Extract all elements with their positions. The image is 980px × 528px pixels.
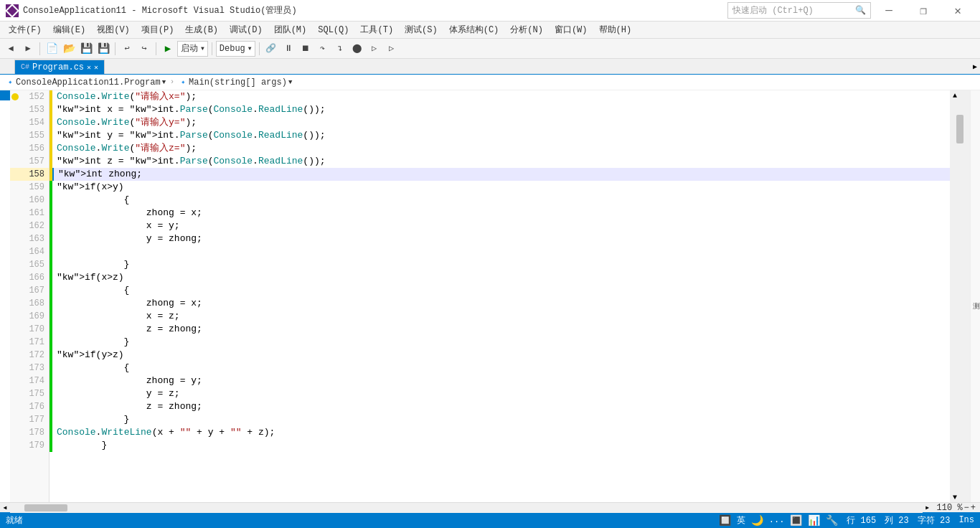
status-bar-left: 就绪: [6, 514, 23, 527]
zoom-increase-button[interactable]: +: [971, 503, 976, 513]
h-scroll-track[interactable]: [10, 503, 923, 513]
menu-build[interactable]: 生成(B): [179, 22, 224, 37]
code-line-179: }: [52, 439, 950, 452]
nav-forward-button[interactable]: ▶: [20, 41, 36, 57]
new-file-button[interactable]: 📄: [44, 41, 60, 57]
namespace-icon: 🔹: [6, 78, 14, 87]
pause-button[interactable]: ⏸: [281, 41, 296, 57]
code-line-175: y = z;: [52, 387, 950, 400]
tab-scroll-right[interactable]: ▶: [970, 60, 980, 74]
status-icon-6[interactable]: 🔧: [826, 514, 838, 527]
nav-back-button[interactable]: ◀: [3, 41, 19, 57]
stop-button[interactable]: ⏹: [298, 41, 314, 57]
start-dropdown-arrow: ▼: [201, 45, 204, 52]
enable-break-button[interactable]: ▷: [367, 41, 382, 57]
code-editor[interactable]: Console.Write("请输入x="); "kw">int x = "kw…: [52, 90, 950, 502]
menu-sql[interactable]: SQL(Q): [312, 24, 354, 37]
line-number-162: 162: [10, 220, 49, 232]
menu-file[interactable]: 文件(F): [3, 22, 47, 37]
line-number-157: 157: [10, 155, 49, 168]
code-line-160: {: [52, 194, 950, 207]
tab-close-icon[interactable]: ✕: [94, 63, 98, 72]
breakpoint-button[interactable]: ⬤: [349, 41, 365, 57]
line-number-171: 171: [10, 336, 49, 349]
line-number-172: 172: [10, 349, 49, 362]
quick-launch-placeholder: 快速启动 (Ctrl+Q): [732, 4, 814, 16]
menu-test[interactable]: 测试(S): [399, 22, 443, 37]
scroll-up-button[interactable]: ▲: [950, 90, 960, 100]
line-number-166: 166: [10, 271, 49, 284]
code-line-159: "kw">if(x>y): [52, 181, 950, 194]
line-number-161: 161: [10, 207, 49, 220]
zoom-area: 110 % − +: [933, 503, 980, 513]
breadcrumb-namespace[interactable]: 🔹 ConsoleApplication11.Program ▼: [3, 75, 169, 90]
code-line-169: x = z;: [52, 310, 950, 323]
menu-architecture[interactable]: 体系结构(C): [443, 22, 505, 37]
line-number-175: 175: [10, 387, 49, 400]
code-line-162: x = y;: [52, 220, 950, 232]
line-number-155: 155: [10, 129, 49, 142]
toolbar-separator-4: [212, 42, 212, 55]
h-scroll-thumb[interactable]: [24, 504, 67, 512]
code-line-166: "kw">if(x>z): [52, 271, 950, 284]
breadcrumb-method[interactable]: 🔹 Main(string[] args) ▼: [176, 75, 295, 90]
step-into-button[interactable]: ↴: [332, 41, 348, 57]
undo-button[interactable]: ↩: [119, 41, 135, 57]
menu-view[interactable]: 视图(V): [91, 22, 136, 37]
title-bar-right: 快速启动 (Ctrl+Q) 🔍 — ❐ ✕: [727, 0, 974, 22]
menu-debug[interactable]: 调试(D): [224, 22, 268, 37]
menu-edit[interactable]: 编辑(E): [47, 22, 92, 37]
status-icon-5[interactable]: 📊: [808, 514, 820, 527]
start-button[interactable]: ▶: [160, 41, 176, 57]
left-indicators: [0, 90, 10, 502]
scroll-left-button[interactable]: ◀: [0, 503, 10, 513]
disable-break-button[interactable]: ▷: [384, 41, 400, 57]
scroll-thumb[interactable]: [956, 115, 963, 143]
debug-dropdown[interactable]: Debug ▼: [216, 41, 255, 57]
code-line-172: "kw">if(y>z): [52, 349, 950, 362]
tab-program-cs[interactable]: C# Program.cs ✕ ✕: [14, 60, 105, 74]
scroll-down-button[interactable]: ▼: [950, 492, 960, 502]
status-icon-2[interactable]: 🌙: [751, 514, 763, 527]
menu-window[interactable]: 窗口(W): [549, 22, 593, 37]
toolbar-separator-3: [156, 42, 156, 55]
scroll-right-button[interactable]: ▶: [923, 503, 933, 513]
menu-help[interactable]: 帮助(H): [593, 22, 638, 37]
editor-container: 1521531541551561571581591601611621631641…: [0, 90, 980, 502]
status-icon-1[interactable]: 🔲: [719, 514, 731, 527]
restore-button[interactable]: ❐: [907, 0, 940, 22]
close-button[interactable]: ✕: [941, 0, 974, 22]
minimize-button[interactable]: —: [872, 0, 905, 22]
method-icon: 🔹: [179, 78, 187, 87]
zoom-level: 110 %: [937, 503, 963, 513]
vs-logo-icon: [6, 4, 19, 17]
menu-analyze[interactable]: 分析(N): [504, 22, 549, 37]
scroll-track[interactable]: [950, 100, 970, 492]
menu-tools[interactable]: 工具(T): [354, 22, 399, 37]
open-file-button[interactable]: 📂: [61, 41, 77, 57]
code-line-156: Console.Write("请输入z=");: [52, 142, 950, 155]
status-language[interactable]: 英: [737, 514, 745, 527]
status-icon-3[interactable]: ...: [769, 515, 785, 525]
window-title: ConsoleApplication11 - Microsoft Visual …: [23, 4, 297, 16]
right-panel: ▲ ▼: [950, 90, 970, 502]
menu-project[interactable]: 项目(P): [136, 22, 180, 37]
save-all-button[interactable]: 💾: [95, 41, 111, 57]
code-line-171: }: [52, 336, 950, 349]
status-bar: 就绪 🔲 英 🌙 ... 🔳 📊 🔧 行 165 列 23 字符 23 Ins: [0, 512, 980, 528]
quick-launch-search[interactable]: 快速启动 (Ctrl+Q) 🔍: [727, 2, 871, 19]
start-dropdown[interactable]: 启动 ▼: [177, 41, 208, 57]
step-over-button[interactable]: ↷: [315, 41, 331, 57]
status-icons: 🔲 英 🌙 ... 🔳 📊 🔧: [719, 514, 839, 527]
save-button[interactable]: 💾: [78, 41, 94, 57]
attach-button[interactable]: 🔗: [263, 41, 279, 57]
tab-icon: C#: [21, 63, 29, 71]
code-line-178: Console.WriteLine(x + "" + y + "" + z);: [52, 426, 950, 439]
status-char: 字符 23: [918, 514, 951, 527]
code-line-167: {: [52, 284, 950, 297]
menu-team[interactable]: 团队(M): [268, 22, 313, 37]
redo-button[interactable]: ↪: [136, 41, 152, 57]
zoom-decrease-button[interactable]: −: [964, 503, 969, 513]
debug-mode-label: Debug: [220, 44, 245, 54]
status-icon-4[interactable]: 🔳: [790, 514, 802, 527]
